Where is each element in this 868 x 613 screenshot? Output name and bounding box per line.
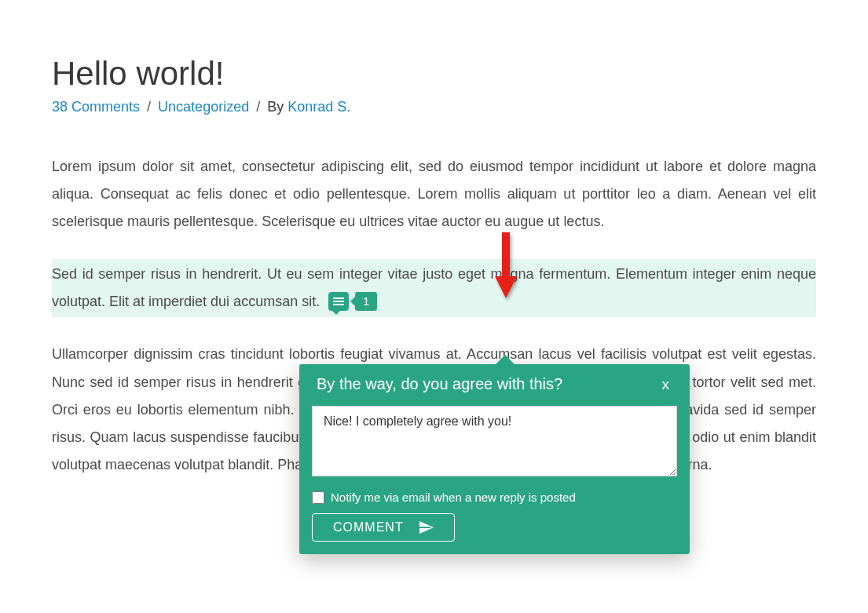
popover-header: By the way, do you agree with this? x [299,364,690,406]
send-icon [419,521,434,534]
post-title: Hello world! [52,55,816,93]
byline-prefix: By [267,99,284,115]
paragraph: Lorem ipsum dolor sit amet, consectetur … [52,153,816,235]
chat-icon [328,292,349,311]
comment-popover: By the way, do you agree with this? x No… [299,364,690,554]
comments-link[interactable]: 38 Comments [52,99,140,115]
comment-count-badge: 1 [355,292,377,311]
paragraph-text: Sed id semper risus in hendrerit. Ut eu … [52,266,816,309]
notify-label: Notify me via email when a new reply is … [331,491,576,504]
annotation-arrow-down-icon [495,232,517,298]
inline-comment-marker[interactable]: 1 [328,292,377,311]
comment-button[interactable]: COMMENT [312,513,455,542]
category-link[interactable]: Uncategorized [158,99,249,115]
notify-row[interactable]: Notify me via email when a new reply is … [312,491,677,504]
close-button[interactable]: x [659,376,673,393]
highlighted-paragraph: Sed id semper risus in hendrerit. Ut eu … [52,259,816,317]
popover-title: By the way, do you agree with this? [317,375,562,393]
comment-button-label: COMMENT [333,520,404,535]
author-link[interactable]: Konrad S. [288,99,350,115]
meta-sep: / [147,99,151,115]
post-meta: 38 Comments / Uncategorized / By Konrad … [52,99,816,115]
notify-checkbox[interactable] [312,491,324,504]
reply-textarea[interactable] [312,406,677,476]
popover-body: Notify me via email when a new reply is … [299,406,690,554]
meta-sep: / [256,99,260,115]
